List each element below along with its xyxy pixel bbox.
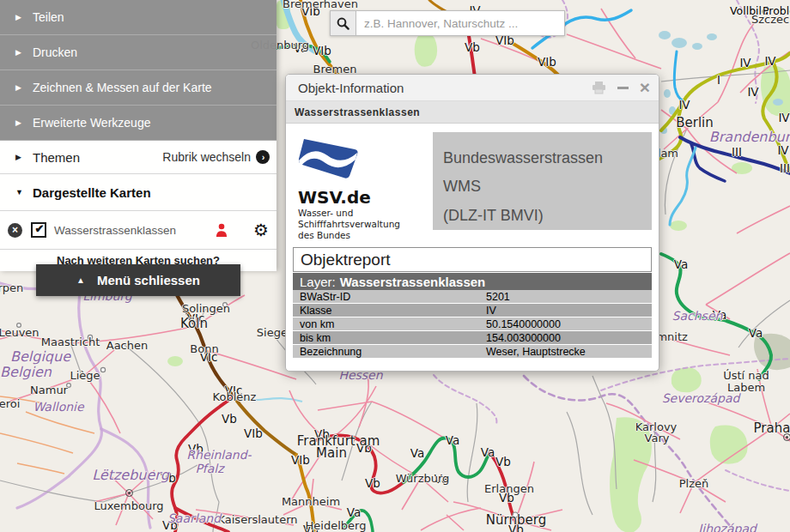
- objektreport-table: Layer: Wasserstrassenklassen BWaStr-ID 5…: [293, 273, 652, 359]
- dialog-controls: ×: [592, 80, 650, 96]
- layer-row-wasserstrassenklassen: × ✔ Wasserstrassenklassen ⚙: [0, 211, 276, 250]
- map-label: Vary: [645, 432, 670, 444]
- service-name-line1: Bundeswasserstrassen WMS: [443, 144, 641, 202]
- map-label: Saarland: [167, 511, 221, 525]
- table-row: Bezeichnung Weser, Hauptstrecke: [293, 345, 652, 359]
- map-label: Va: [481, 445, 495, 459]
- dargestellte-karten-label: Dargestellte Karten: [33, 185, 151, 200]
- map-label: Va: [347, 505, 361, 519]
- rubrik-wechseln-link[interactable]: Rubrik wechseln ›: [162, 150, 276, 164]
- chevron-up-icon: ▲: [76, 275, 85, 285]
- wsv-logo-subtitle: Wasser- und: [298, 208, 433, 219]
- map-label: Jihozápad: [698, 522, 757, 532]
- sidebar-item-erweiterte-werkzeuge[interactable]: ▶ Erweiterte Werkzeuge: [0, 106, 276, 141]
- sidebar-item-themen[interactable]: ▶ Themen Rubrik wechseln ›: [0, 141, 276, 174]
- map-label: Brandenburg: [709, 129, 790, 145]
- map-label: IV: [747, 85, 758, 99]
- table-row: BWaStr-ID 5201: [293, 290, 652, 304]
- map-label: VIb: [538, 55, 556, 69]
- map-label: Solingen: [182, 302, 230, 315]
- row-label: Klasse: [293, 305, 486, 317]
- map-label: Luxembourg: [94, 499, 163, 512]
- wsv-logo-subtitle: des Bundes: [298, 230, 433, 241]
- sidebar-item-drucken[interactable]: ▶ Drucken: [0, 35, 276, 70]
- wsv-logo-subtitle: Schifffahrtsverwaltung: [298, 219, 433, 230]
- chevron-right-icon: ▶: [15, 153, 23, 161]
- rubrik-wechseln-label: Rubrik wechseln: [162, 150, 251, 164]
- map-label: Ústí nad: [723, 369, 769, 382]
- close-menu-label: Menü schliessen: [97, 273, 200, 287]
- map-label: IV: [678, 98, 690, 112]
- dialog-layer-tab[interactable]: Wasserstrassenklassen: [286, 101, 659, 124]
- close-icon[interactable]: ×: [640, 78, 650, 96]
- row-value: IV: [486, 305, 496, 317]
- sidebar-item-zeichnen-messen[interactable]: ▶ Zeichnen & Messen auf der Karte: [0, 70, 276, 106]
- print-icon[interactable]: [592, 82, 606, 94]
- map-label: Va: [674, 257, 688, 271]
- map-label: IV: [778, 111, 789, 124]
- sidebar-item-label: Teilen: [33, 10, 64, 24]
- dialog-titlebar[interactable]: Objekt-Information ×: [286, 75, 659, 101]
- chevron-right-icon: ▶: [15, 13, 23, 21]
- layer-checkbox[interactable]: ✔: [31, 222, 46, 238]
- map-label: Würzburg: [396, 472, 450, 485]
- row-label: Bezeichnung: [293, 346, 486, 358]
- map-label: Charleroi: [0, 397, 20, 410]
- sidebar-menu: ▶ Teilen ▶ Drucken ▶ Zeichnen & Messen a…: [0, 0, 276, 271]
- row-value: 50.1540000000: [486, 318, 561, 330]
- sidebar-item-teilen[interactable]: ▶ Teilen: [0, 0, 276, 35]
- row-value: Weser, Hauptstrecke: [486, 346, 586, 358]
- chevron-right-icon: ▶: [15, 118, 23, 127]
- layer-name: Wasserstrassenklassen: [340, 275, 486, 289]
- map-label: Lëtzebuerg: [92, 467, 169, 483]
- remove-layer-icon[interactable]: ×: [8, 223, 22, 238]
- map-label: Nürnberg: [486, 512, 546, 528]
- minimize-icon[interactable]: [617, 87, 629, 89]
- map-label: Kaiserslautern: [217, 513, 297, 526]
- map-label: III: [780, 161, 790, 175]
- map-label: Va: [410, 446, 424, 460]
- map-label: Vb: [465, 40, 480, 54]
- map-label: IV: [777, 143, 788, 157]
- row-value: 5201: [486, 291, 510, 303]
- map-label: Leuven: [0, 326, 40, 339]
- map-label: VIb: [313, 44, 331, 57]
- map-label: VIb: [291, 453, 310, 467]
- map-label: Pfalz: [195, 462, 223, 475]
- user-icon[interactable]: [214, 222, 229, 238]
- chevron-right-icon: ▶: [15, 48, 23, 57]
- gear-icon[interactable]: ⚙: [253, 221, 269, 239]
- map-label: VIb: [244, 426, 263, 440]
- close-menu-button[interactable]: ▲ Menü schliessen: [36, 264, 240, 296]
- search-button[interactable]: [330, 10, 356, 36]
- row-value: 154.003000000: [486, 332, 561, 344]
- sidebar-item-label: Drucken: [33, 45, 77, 59]
- map-label: IV: [764, 54, 775, 68]
- map-label: III: [732, 145, 742, 159]
- object-information-dialog: Objekt-Information × Wasserstrassenklass…: [285, 74, 659, 372]
- report-problem-link[interactable]: Probleme: [763, 4, 790, 17]
- capital-symbol-praha: [783, 433, 790, 441]
- service-name-box: Bundeswasserstrassen WMS (DLZ-IT BMVI): [433, 132, 652, 230]
- layer-actions: ⚙: [214, 221, 276, 239]
- search-bar: [330, 10, 565, 36]
- map-label: Erlangen: [484, 482, 534, 495]
- row-label: von km: [293, 318, 486, 330]
- map-label: Vb: [495, 455, 511, 469]
- search-input[interactable]: [356, 10, 565, 36]
- themen-label: Themen: [33, 150, 80, 165]
- sidebar-item-label: Erweiterte Werkzeuge: [33, 116, 150, 130]
- map-label: Köln: [180, 316, 208, 331]
- row-label: BWaStr-ID: [293, 291, 486, 303]
- map-label: Belgique: [10, 348, 70, 365]
- map-label: Koblenz: [213, 390, 257, 403]
- map-label: Antwerpen: [0, 281, 23, 294]
- map-label: Plzeň: [679, 477, 709, 490]
- chevron-down-icon: ▼: [15, 188, 23, 196]
- sidebar-item-dargestellte-karten[interactable]: ▼ Dargestellte Karten: [0, 174, 276, 211]
- row-label: bis km: [293, 332, 486, 344]
- map-label: Mannheim: [282, 495, 340, 508]
- table-row: Klasse IV: [293, 304, 652, 317]
- layer-prefix: Layer:: [300, 275, 336, 289]
- wsv-logo-block: WSV.de Wasser- und Schifffahrtsverwaltun…: [293, 132, 433, 241]
